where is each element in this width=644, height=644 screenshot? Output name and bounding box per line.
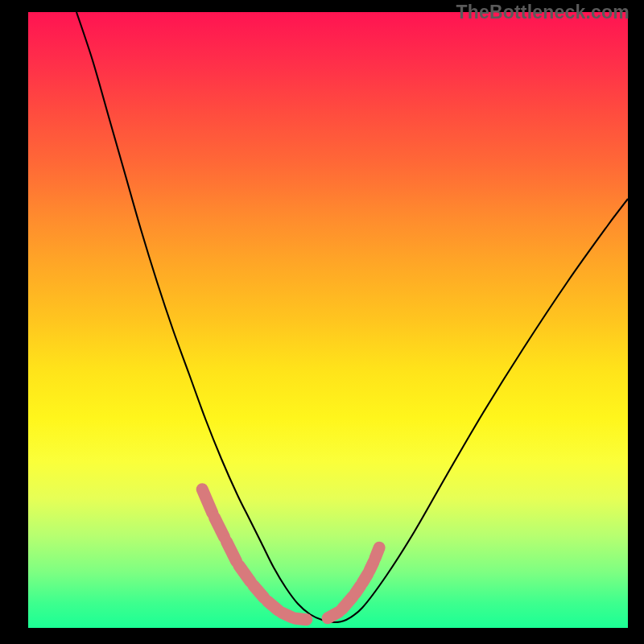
highlight-right-leg [328, 547, 379, 618]
curve-svg [28, 12, 628, 628]
bottleneck-curve [76, 12, 628, 622]
highlight-dash [375, 547, 379, 559]
highlight-dash [239, 565, 250, 581]
highlight-dash [267, 601, 279, 610]
stage: TheBottleneck.com [0, 0, 644, 644]
highlight-dash [254, 585, 264, 597]
highlight-dash [214, 518, 224, 538]
plot-area [28, 12, 628, 628]
highlight-left-leg [202, 489, 307, 620]
watermark-text: TheBottleneck.com [456, 2, 630, 23]
highlight-dash [295, 618, 307, 620]
highlight-dash [226, 542, 236, 562]
highlight-dash [202, 489, 213, 513]
highlight-dash [342, 597, 353, 609]
highlight-dash [328, 612, 339, 618]
